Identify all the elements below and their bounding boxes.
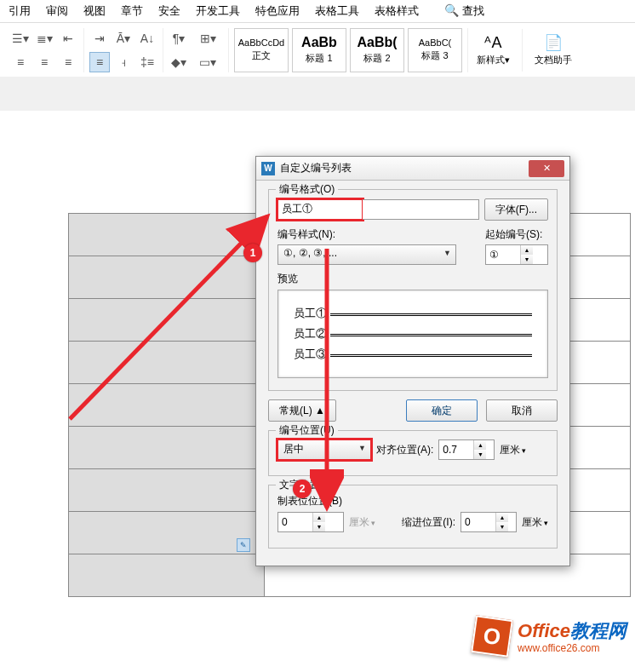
spin-up-icon[interactable]: ▲ <box>474 440 486 450</box>
spin-up-icon[interactable]: ▲ <box>496 513 508 522</box>
doc-helper-icon: 📄 <box>544 33 563 52</box>
align-position-spinner[interactable]: ▲▼ <box>438 439 495 460</box>
dialog-title-bar[interactable]: W 自定义编号列表 ✕ <box>256 157 569 181</box>
number-format-label: 编号格式(O) <box>276 182 338 197</box>
tab-special[interactable]: 特色应用 <box>255 3 300 19</box>
font-button[interactable]: 字体(F)... <box>484 198 548 221</box>
tab-table-styles[interactable]: 表格样式 <box>375 3 419 19</box>
start-number-value[interactable] <box>486 245 520 264</box>
indent-position-label: 缩进位置(I): <box>402 515 455 530</box>
tab-security[interactable]: 安全 <box>158 3 180 19</box>
paragraph-mark-icon[interactable]: ¶▾ <box>169 28 189 49</box>
style-heading3[interactable]: AaBbC( 标题 3 <box>408 28 462 72</box>
number-position-group: 编号位置(U) 居中 对齐位置(A): ▲▼ 厘米 <box>268 430 558 476</box>
close-button[interactable]: ✕ <box>529 160 564 177</box>
new-style-icon: ᴬA <box>484 33 501 52</box>
doc-helper-button[interactable]: 📄 文档助手 <box>526 33 581 66</box>
tab-chapter[interactable]: 章节 <box>121 3 143 19</box>
spin-down-icon[interactable]: ▼ <box>521 255 533 264</box>
tab-view[interactable]: 视图 <box>83 3 106 19</box>
spin-down-icon[interactable]: ▼ <box>313 522 325 531</box>
floating-edit-icon[interactable]: ✎ <box>237 538 250 552</box>
preview-label: 预览 <box>277 272 548 286</box>
misc-group: ¶▾ ⊞▾ ◆▾ ▭▾ <box>163 28 229 72</box>
line-spacing-icon[interactable]: ‡≡ <box>137 52 157 72</box>
new-style-button[interactable]: ᴬA 新样式▾ <box>468 33 518 66</box>
magnifier-icon: 🔍 <box>444 3 459 17</box>
style-heading2[interactable]: AaBb( 标题 2 <box>350 28 404 72</box>
style-normal[interactable]: AaBbCcDd 正文 <box>234 28 289 72</box>
search-box[interactable]: 🔍查找 <box>444 3 484 19</box>
align-position-label: 对齐位置(A): <box>376 443 433 457</box>
align-center-icon[interactable]: ≡ <box>34 52 54 72</box>
styles-gallery: AaBbCcDd 正文 AaBb 标题 1 AaBb( 标题 2 AaBbC( … <box>229 28 468 72</box>
tab-developer[interactable]: 开发工具 <box>196 3 240 19</box>
ribbon-toolbar: ☰▾ ≣▾ ⇤ ≡ ≡ ≡ ⇥ Ā▾ A↓ ≡ ⫞ ‡≡ ¶▾ ⊞▾ ◆▾ ▭▾… <box>0 23 635 78</box>
indent-group: ⇥ Ā▾ A↓ ≡ ⫞ ‡≡ <box>84 28 163 72</box>
align-right-icon[interactable]: ≡ <box>58 52 78 72</box>
distribute-icon[interactable]: ⫞ <box>113 52 134 72</box>
spin-up-icon[interactable]: ▲ <box>521 245 533 255</box>
tab-position-value[interactable] <box>278 513 312 531</box>
increase-indent-icon[interactable]: ⇥ <box>89 28 110 49</box>
watermark-logo-icon: O <box>471 615 513 658</box>
border-icon[interactable]: ⊞▾ <box>197 28 218 49</box>
tab-position-spinner[interactable]: ▲▼ <box>277 512 344 532</box>
number-format-input-ext[interactable] <box>363 199 479 220</box>
preview-line-3: 员工③ <box>294 347 327 362</box>
dialog-title: 自定义编号列表 <box>280 161 529 175</box>
shading-icon[interactable]: ◆▾ <box>169 52 189 72</box>
watermark-url: www.office26.com <box>518 642 626 654</box>
indent-unit-dropdown[interactable]: 厘米 <box>522 515 548 530</box>
spin-up-icon[interactable]: ▲ <box>313 513 325 522</box>
number-position-label: 编号位置(U) <box>276 423 338 438</box>
number-position-select[interactable]: 居中 <box>277 439 371 460</box>
start-number-spinner[interactable]: ▲▼ <box>485 244 548 265</box>
custom-numbering-dialog: W 自定义编号列表 ✕ 编号格式(O) 员工① 字体(F)... 编号样式(N)… <box>255 156 570 566</box>
shape-fill-icon[interactable]: ▭▾ <box>197 52 218 72</box>
number-format-input[interactable]: 员工① <box>277 199 363 220</box>
dialog-button-row: 常规(L) ▲ 确定 取消 <box>268 399 558 422</box>
list-group: ☰▾ ≣▾ ⇤ ≡ ≡ ≡ <box>5 28 84 72</box>
bullet-list-icon[interactable]: ☰▾ <box>10 28 31 49</box>
style-heading1[interactable]: AaBb 标题 1 <box>292 28 346 72</box>
tab-position-label: 制表位位置(B) <box>277 494 548 508</box>
number-style-select[interactable]: ①, ②, ③, ... <box>277 244 456 265</box>
align-left-icon[interactable]: ≡ <box>10 52 31 72</box>
indent-position-value[interactable] <box>461 513 495 531</box>
preview-line-1: 员工① <box>294 306 327 321</box>
number-format-group: 编号格式(O) 员工① 字体(F)... 编号样式(N): ①, ②, ③, .… <box>268 189 558 391</box>
tab-table-tools[interactable]: 表格工具 <box>315 3 359 19</box>
cancel-button[interactable]: 取消 <box>486 399 558 422</box>
preview-box: 员工① 员工② 员工③ <box>277 290 548 378</box>
spin-down-icon[interactable]: ▼ <box>474 450 486 459</box>
preview-line-2: 员工② <box>294 326 327 342</box>
tab-review[interactable]: 审阅 <box>46 3 68 19</box>
app-icon: W <box>261 162 275 175</box>
number-list-icon[interactable]: ≣▾ <box>34 28 54 49</box>
watermark: O Office教程网 www.office26.com <box>473 617 626 655</box>
ok-button[interactable]: 确定 <box>406 399 478 422</box>
start-number-label: 起始编号(S): <box>485 227 548 242</box>
spin-down-icon[interactable]: ▼ <box>496 522 508 531</box>
align-unit-dropdown[interactable]: 厘米 <box>500 443 526 457</box>
number-style-label: 编号样式(N): <box>277 227 480 242</box>
align-position-value[interactable] <box>439 440 473 459</box>
text-tools-icon[interactable]: Ā▾ <box>113 28 134 49</box>
ribbon-tabs: 引用 审阅 视图 章节 安全 开发工具 特色应用 表格工具 表格样式 🔍查找 <box>0 0 635 23</box>
tab-references[interactable]: 引用 <box>9 3 31 19</box>
decrease-indent-icon[interactable]: ⇤ <box>58 28 78 49</box>
annotation-marker-1: 1 <box>243 244 262 262</box>
tab-unit-dropdown[interactable]: 厘米 <box>349 515 375 530</box>
normal-toggle-button[interactable]: 常规(L) ▲ <box>268 399 336 422</box>
align-justify-icon[interactable]: ≡ <box>89 52 110 72</box>
annotation-marker-2: 2 <box>293 480 312 498</box>
indent-position-spinner[interactable]: ▲▼ <box>461 512 517 532</box>
watermark-brand: Office教程网 <box>518 618 626 644</box>
sort-icon[interactable]: A↓ <box>137 28 157 49</box>
text-position-group: 文字位置 制表位位置(B) ▲▼ 厘米 缩进位置(I): ▲▼ 厘米 <box>268 485 558 549</box>
